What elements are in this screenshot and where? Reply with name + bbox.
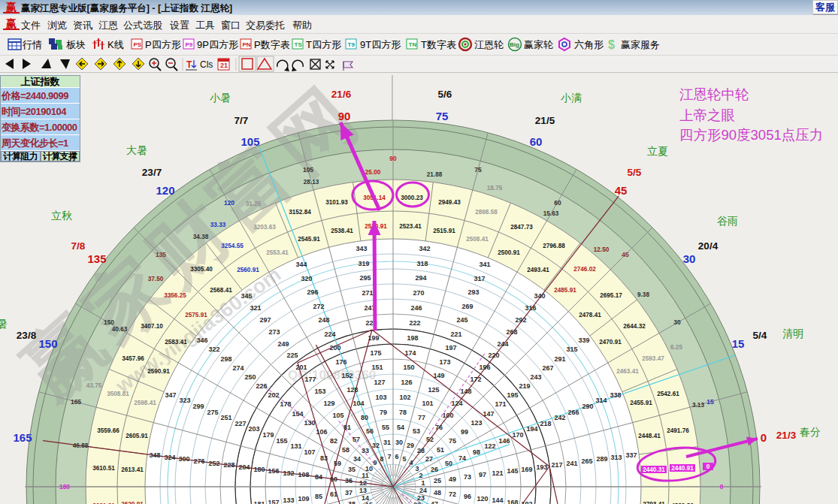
svg-text:15: 15: [365, 501, 373, 504]
svg-text:217: 217: [551, 461, 562, 469]
svg-text:108: 108: [298, 471, 309, 478]
svg-text:109: 109: [298, 495, 309, 502]
svg-text:31.25: 31.25: [246, 201, 262, 207]
svg-text:252: 252: [208, 460, 219, 467]
svg-text:33: 33: [362, 447, 369, 454]
svg-text:130: 130: [304, 419, 315, 427]
svg-text:148: 148: [460, 388, 471, 395]
svg-text:315: 315: [566, 346, 577, 353]
svg-text:P9: P9: [186, 41, 193, 48]
svg-text:2485.91: 2485.91: [554, 287, 576, 294]
svg-text:1: 1: [421, 479, 425, 487]
svg-text:269: 269: [461, 303, 473, 310]
svg-text:135: 135: [87, 252, 106, 265]
svg-text:218: 218: [540, 420, 551, 427]
svg-text:272: 272: [313, 303, 324, 310]
svg-text:5/6: 5/6: [438, 89, 452, 100]
svg-text:145: 145: [507, 467, 518, 475]
svg-text:274: 274: [232, 364, 244, 372]
svg-text:179: 179: [262, 431, 274, 439]
svg-text:2500.91: 2500.91: [498, 249, 520, 256]
svg-text:行情: 行情: [22, 39, 42, 50]
svg-text:324: 324: [164, 454, 175, 461]
svg-text:318: 318: [416, 260, 428, 267]
svg-text:180: 180: [59, 483, 70, 490]
svg-text:6: 6: [395, 453, 398, 460]
svg-text:23: 23: [417, 494, 425, 502]
svg-text:192: 192: [521, 500, 532, 504]
svg-text:T数字表: T数字表: [421, 39, 456, 50]
svg-text:242: 242: [554, 414, 565, 421]
svg-text:2440.91: 2440.91: [671, 465, 694, 472]
svg-text:346: 346: [196, 337, 207, 344]
svg-text:2695.17: 2695.17: [600, 292, 622, 299]
svg-text:2620.91: 2620.91: [121, 501, 144, 504]
svg-text:PS: PS: [134, 41, 142, 48]
svg-text:104: 104: [352, 400, 364, 407]
svg-text:125: 125: [428, 386, 439, 394]
svg-text:板块: 板块: [66, 39, 86, 50]
svg-text:197: 197: [445, 344, 456, 352]
svg-text:55: 55: [382, 424, 389, 431]
svg-text:220: 220: [488, 352, 499, 359]
svg-text:4: 4: [409, 459, 413, 466]
svg-text:131: 131: [290, 442, 301, 450]
svg-text:25.00: 25.00: [365, 169, 381, 176]
svg-text:250: 250: [244, 373, 256, 381]
svg-text:45: 45: [615, 184, 628, 197]
svg-text:32: 32: [372, 442, 380, 449]
svg-text:244: 244: [497, 340, 508, 348]
svg-text:2478.41: 2478.41: [579, 312, 601, 318]
svg-text:21/3: 21/3: [776, 430, 797, 441]
svg-text:296: 296: [307, 288, 318, 296]
svg-text:180: 180: [253, 466, 265, 473]
svg-text:8: 8: [380, 455, 383, 463]
svg-text:56: 56: [366, 427, 374, 435]
svg-text:26: 26: [431, 466, 438, 473]
svg-text:2523.41: 2523.41: [399, 223, 422, 230]
svg-text:2583.41: 2583.41: [165, 339, 187, 346]
svg-text:150: 150: [104, 318, 114, 326]
svg-text:2796.88: 2796.88: [543, 243, 565, 249]
svg-text:9P四方形: 9P四方形: [197, 39, 238, 50]
svg-text:174: 174: [404, 349, 416, 357]
svg-text:Cls: Cls: [200, 59, 213, 70]
svg-text:立秋: 立秋: [51, 210, 72, 222]
svg-text:224: 224: [324, 330, 335, 338]
svg-text:199: 199: [368, 334, 379, 342]
svg-text:221: 221: [450, 330, 461, 338]
svg-text:7: 7: [387, 453, 391, 460]
svg-text:76: 76: [435, 424, 443, 431]
svg-text:15.63: 15.63: [543, 210, 559, 217]
svg-text:319: 319: [358, 260, 369, 267]
svg-text:320: 320: [301, 275, 312, 282]
svg-text:23/8: 23/8: [17, 330, 37, 341]
svg-text:2: 2: [419, 472, 422, 479]
svg-text:248: 248: [318, 316, 329, 324]
svg-text:28: 28: [417, 447, 425, 454]
svg-text:342: 342: [419, 245, 430, 252]
svg-text:103: 103: [375, 394, 386, 401]
svg-text:321: 321: [250, 304, 261, 312]
svg-text:196: 196: [479, 364, 490, 371]
svg-text:273: 273: [268, 328, 280, 336]
svg-text:50: 50: [445, 460, 452, 467]
svg-text:149: 149: [433, 372, 444, 379]
svg-text:2613.41: 2613.41: [121, 466, 144, 473]
svg-text:297: 297: [259, 316, 271, 324]
svg-text:T: T: [186, 59, 192, 70]
svg-text:21/5: 21/5: [535, 115, 555, 126]
svg-text:2440.31: 2440.31: [643, 466, 665, 473]
svg-text:30: 30: [673, 318, 681, 326]
svg-text:2463.41: 2463.41: [616, 368, 639, 375]
svg-text:江恩轮: 江恩轮: [474, 39, 504, 50]
svg-text:294: 294: [415, 274, 426, 282]
svg-text:27: 27: [425, 455, 433, 463]
svg-text:25: 25: [434, 477, 441, 484]
svg-text:5: 5: [402, 455, 406, 463]
svg-text:339: 339: [578, 337, 589, 344]
svg-text:84: 84: [315, 473, 322, 481]
svg-text:2455.91: 2455.91: [630, 400, 652, 406]
svg-text:290: 290: [582, 403, 593, 410]
svg-text:2605.91: 2605.91: [126, 433, 148, 439]
